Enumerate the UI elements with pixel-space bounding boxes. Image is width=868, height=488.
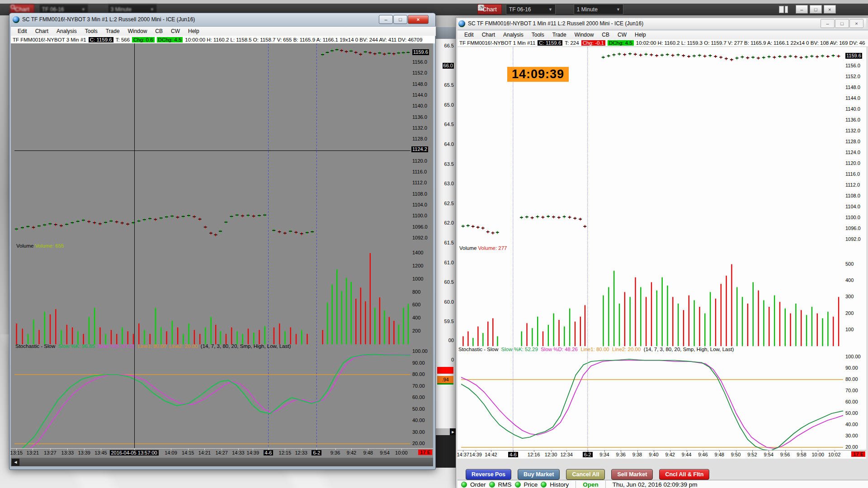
stoch-scale-label: 20.00 bbox=[412, 441, 425, 446]
time-axis-label: 10:02 bbox=[828, 452, 841, 457]
background-window-scrollbar[interactable]: ► bbox=[434, 428, 456, 435]
menu-item-chart[interactable]: Chart bbox=[478, 31, 499, 39]
pane-layout-icon[interactable] bbox=[779, 6, 788, 13]
pencil-icon[interactable] bbox=[647, 5, 657, 14]
left-titlebar[interactable]: SC TF FMM0016!-NYBOT 3 Min #1 L:2 Russel… bbox=[12, 14, 432, 25]
strip-scale-label: 61.5 bbox=[444, 240, 454, 246]
maximize-button[interactable]: □ bbox=[393, 15, 407, 24]
stoch-scale-label: 70.00 bbox=[845, 388, 858, 394]
menu-item-trade[interactable]: Trade bbox=[102, 27, 124, 35]
menu-item-chart[interactable]: Chart bbox=[31, 27, 52, 35]
time-axis-label: 12:30 bbox=[545, 452, 557, 457]
close-button[interactable]: × bbox=[849, 19, 863, 28]
axis-tick bbox=[204, 449, 205, 450]
left-stoch-label: Stochastic - Slow Slow %K: 96.85 Slow %D… bbox=[15, 343, 291, 349]
right-titlebar[interactable]: SC TF FMM0016!-NYBOT 1 Min #11 L:2 Russe… bbox=[458, 19, 866, 28]
right-chart-plot[interactable] bbox=[461, 47, 843, 450]
menu-item-window[interactable]: Window bbox=[124, 27, 151, 35]
menu-item-analysis[interactable]: Analysis bbox=[499, 31, 528, 39]
status-led-icon bbox=[541, 482, 547, 488]
day-change-badge: DChg: 4.5 bbox=[157, 37, 183, 42]
volume-scale-label: 1200 bbox=[412, 263, 423, 269]
time-axis-label: 14:21 bbox=[198, 450, 211, 455]
left-price-scale: 1159.61156.01152.01148.01144.01140.01136… bbox=[410, 43, 433, 448]
axis-tick bbox=[670, 450, 670, 452]
session-clock: 14:09:39 bbox=[507, 67, 569, 82]
trade-button-cncl-all-fltn[interactable]: Cncl All & Fltn bbox=[659, 469, 709, 480]
axis-tick bbox=[84, 449, 85, 450]
price-scale-label: 1148.0 bbox=[845, 84, 860, 90]
menu-item-edit[interactable]: Edit bbox=[460, 31, 478, 39]
trade-button-cancel-all[interactable]: Cancel All bbox=[566, 469, 605, 480]
time-axis-label: 14:37 bbox=[457, 452, 469, 457]
menu-item-cw[interactable]: CW bbox=[613, 31, 631, 39]
status-led-icon bbox=[515, 482, 521, 488]
status-led-icon bbox=[461, 482, 467, 488]
app-minimize-button[interactable]: – bbox=[796, 5, 808, 14]
strip-scale-label: 60.5 bbox=[444, 279, 454, 285]
list-icon[interactable] bbox=[765, 5, 775, 14]
app-maximize-button[interactable]: □ bbox=[810, 5, 822, 14]
refresh-icon[interactable] bbox=[752, 5, 762, 14]
symbol-combo[interactable]: TF 06-16▼ bbox=[506, 4, 556, 14]
windows-icon[interactable] bbox=[726, 5, 736, 14]
axis-tick bbox=[253, 449, 253, 450]
price-scale-label: 1100.0 bbox=[845, 215, 860, 221]
replay-icon[interactable]: ≡ bbox=[712, 5, 722, 14]
price-scale-label: 1144.0 bbox=[412, 92, 427, 98]
sliders-icon[interactable] bbox=[634, 5, 644, 14]
left-caption-buttons: –□× bbox=[379, 15, 429, 24]
time-axis-label: 13:27 bbox=[44, 450, 57, 455]
divider bbox=[576, 481, 576, 488]
menu-item-cw[interactable]: CW bbox=[167, 27, 184, 35]
search-icon[interactable] bbox=[560, 5, 570, 14]
time-axis-label: 14:39 bbox=[469, 452, 482, 457]
maximize-button[interactable]: □ bbox=[835, 19, 849, 28]
zoom-out-icon[interactable] bbox=[673, 5, 683, 14]
minimize-button[interactable]: – bbox=[821, 19, 835, 28]
stoch-scale-label: 80.00 bbox=[845, 376, 858, 382]
menu-item-tools[interactable]: Tools bbox=[528, 31, 548, 39]
menu-item-cb[interactable]: CB bbox=[598, 31, 613, 39]
volume-scale-label: 600 bbox=[412, 302, 420, 308]
menu-item-help[interactable]: Help bbox=[631, 31, 650, 39]
menu-item-window[interactable]: Window bbox=[571, 31, 598, 39]
menu-item-edit[interactable]: Edit bbox=[14, 27, 31, 35]
axis-tick bbox=[491, 450, 491, 452]
strip-scale-label: 61.0 bbox=[444, 260, 454, 266]
close-button[interactable]: × bbox=[408, 15, 429, 24]
trade-button-sell-market[interactable]: Sell Market bbox=[611, 469, 653, 480]
minimize-button[interactable]: – bbox=[379, 15, 393, 24]
axis-tick bbox=[785, 450, 786, 452]
axis-tick bbox=[588, 450, 588, 452]
time-axis-label: 9:42 bbox=[347, 450, 356, 455]
crosshair-icon[interactable] bbox=[686, 5, 696, 14]
menu-item-tools[interactable]: Tools bbox=[81, 27, 102, 35]
axis-tick bbox=[134, 449, 135, 450]
time-axis-label: 12:16 bbox=[528, 452, 540, 457]
menu-item-cb[interactable]: CB bbox=[151, 27, 167, 35]
stoch-scale-label: 20.00 bbox=[845, 444, 858, 450]
strip-scale-label: 66.0 bbox=[443, 63, 454, 69]
trade-button-reverse-pos[interactable]: Reverse Pos bbox=[466, 469, 511, 480]
axis-tick bbox=[385, 449, 385, 450]
axis-tick bbox=[188, 449, 189, 450]
zoom-in-icon[interactable] bbox=[660, 5, 670, 14]
time-axis-label: 13:33 bbox=[61, 450, 74, 455]
chart-lookup-icon[interactable] bbox=[699, 5, 709, 14]
period-combo[interactable]: 1 Minute▼ bbox=[574, 4, 623, 14]
app-close-button[interactable]: × bbox=[824, 5, 836, 14]
time-axis-label: 9:56 bbox=[780, 452, 790, 457]
left-chart-plot[interactable] bbox=[14, 43, 410, 448]
menu-item-analysis[interactable]: Analysis bbox=[52, 27, 81, 35]
time-axis-label: 14:09 bbox=[165, 450, 177, 455]
time-axis-label: 4-6 bbox=[264, 450, 274, 455]
time-axis-label: 9:58 bbox=[797, 452, 806, 457]
scroll-left-icon[interactable]: ◄ bbox=[12, 459, 19, 466]
menu-item-help[interactable]: Help bbox=[184, 27, 203, 35]
left-hscrollbar[interactable]: ◄ bbox=[11, 458, 433, 466]
menu-item-trade[interactable]: Trade bbox=[548, 31, 571, 39]
pointer-n-icon[interactable]: N bbox=[739, 5, 749, 14]
strip-scale-label: 64.5 bbox=[444, 122, 454, 127]
trade-button-buy-market[interactable]: Buy Market bbox=[518, 469, 560, 480]
